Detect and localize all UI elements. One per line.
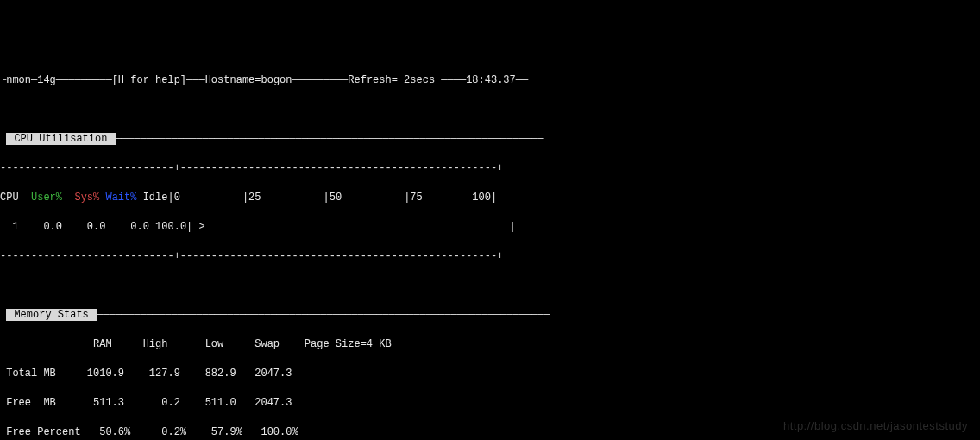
cpu-sys-val: 0.0 [74,221,105,233]
header-line: ┌nmon─14g─────────[H for help]───Hostnam… [0,73,980,88]
mem-free: Free MB 511.3 0.2 511.0 2047.3 [0,396,980,411]
tool-version: 14g [37,74,56,86]
cpu-idle-col: Idle [143,192,168,204]
mem-title-row: │ Memory Stats ─────────────────────────… [0,308,980,323]
cpu-title-row: │ CPU Utilisation ──────────────────────… [0,132,980,147]
mem-free-pct: Free Percent 50.6% 0.2% 57.9% 100.0% [0,425,980,440]
cpu-user-val: 0.0 [31,221,62,233]
mem-section-title: Memory Stats [6,309,97,321]
tool-name: nmon [6,74,31,86]
cpu-wait-val: 0.0 [118,221,149,233]
cpu-user-col: User% [31,192,62,204]
cpu-sys-col: Sys% [74,192,99,204]
cpu-col: CPU [0,192,19,204]
cpu-header-row: CPU User% Sys% Wait% Idle|0 |25 |50 |75 … [0,191,980,205]
cpu-scale: |0 |25 |50 |75 100| [167,192,497,204]
mem-total: Total MB 1010.9 127.9 882.9 2047.3 [0,367,980,381]
hostname: bogon [261,74,292,86]
cpu-bar: | > | [186,221,516,233]
help-hint: [H for help] [112,74,186,86]
cpu-data-row: 1 0.0 0.0 0.0 100.0| > | [0,220,980,235]
cpu-id: 1 [0,221,19,233]
cpu-section-title: CPU Utilisation [6,133,115,145]
refresh-label: Refresh= [348,74,398,86]
cpu-scale-bot: ----------------------------+-----------… [0,249,980,264]
cpu-wait-col: Wait% [105,192,136,204]
refresh-value: 2secs [398,74,435,86]
mem-hdr: RAM High Low Swap Page Size=4 KB [0,337,980,352]
cpu-scale-top: ----------------------------+-----------… [0,161,980,176]
hostname-label: Hostname= [205,74,261,86]
clock-time: 18:43.37 [466,74,516,86]
cpu-idle-val: 100.0 [155,221,186,233]
